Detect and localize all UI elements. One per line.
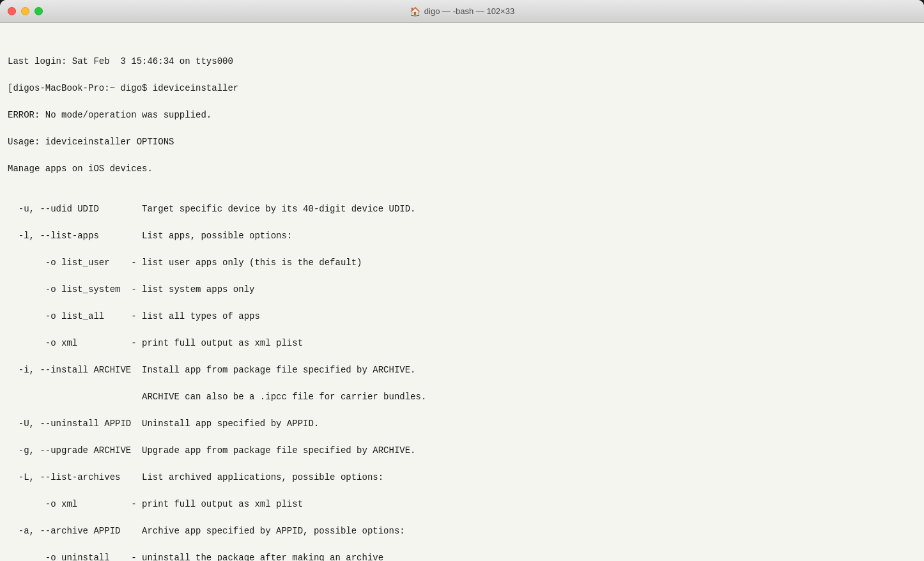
maximize-button[interactable]	[35, 7, 43, 15]
terminal-line: -o list_user - list user apps only (this…	[8, 256, 916, 270]
terminal-line: ERROR: No mode/operation was supplied.	[8, 109, 916, 122]
terminal-line: -o list_all - list all types of apps	[8, 310, 916, 323]
terminal-line: -l, --list-apps List apps, possible opti…	[8, 229, 916, 243]
terminal-line: -i, --install ARCHIVE Install app from p…	[8, 364, 916, 377]
terminal-line: -o xml - print full output as xml plist	[8, 498, 916, 511]
terminal-line: -o list_system - list system apps only	[8, 283, 916, 296]
minimize-button[interactable]	[21, 7, 29, 15]
window-title: 🏠 digo — -bash — 102×33	[410, 6, 514, 17]
terminal-line: -L, --list-archives List archived applic…	[8, 471, 916, 484]
terminal-line: -a, --archive APPID Archive app specifie…	[8, 525, 916, 538]
traffic-lights	[8, 7, 43, 15]
title-text: digo — -bash — 102×33	[424, 6, 514, 16]
close-button[interactable]	[8, 7, 16, 15]
terminal-window: 🏠 digo — -bash — 102×33 Last login: Sat …	[0, 0, 924, 561]
terminal-line: Usage: ideviceinstaller OPTIONS	[8, 135, 916, 149]
terminal-line: -g, --upgrade ARCHIVE Upgrade app from p…	[8, 444, 916, 457]
terminal-line: ARCHIVE can also be a .ipcc file for car…	[8, 390, 916, 404]
home-icon: 🏠	[410, 6, 420, 17]
terminal-line: -U, --uninstall APPID Uninstall app spec…	[8, 417, 916, 431]
terminal-body[interactable]: Last login: Sat Feb 3 15:46:34 on ttys00…	[0, 23, 924, 561]
titlebar: 🏠 digo — -bash — 102×33	[0, 0, 924, 23]
terminal-line: [digos-MacBook-Pro:~ digo$ ideviceinstal…	[8, 82, 916, 95]
terminal-line: -u, --udid UDID Target specific device b…	[8, 203, 916, 216]
terminal-line: Manage apps on iOS devices.	[8, 162, 916, 176]
terminal-empty-line	[8, 189, 916, 203]
terminal-line: -o xml - print full output as xml plist	[8, 337, 916, 350]
terminal-line: -o uninstall - uninstall the package aft…	[8, 551, 916, 561]
terminal-line: Last login: Sat Feb 3 15:46:34 on ttys00…	[8, 55, 916, 68]
